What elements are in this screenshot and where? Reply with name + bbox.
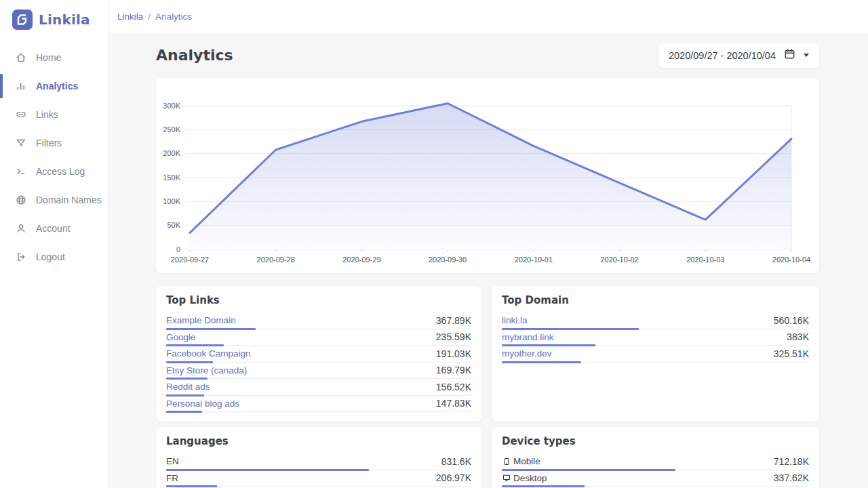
sidebar-item-access-log[interactable]: Access Log [0,157,108,186]
mobile-icon [502,457,511,466]
card-top-links: Top LinksExample Domain367.89KGoogle235.… [156,286,481,422]
row-value: 156.52K [436,382,471,392]
sidebar-item-label: Account [36,223,71,234]
row-value: 147.83K [436,398,471,409]
breadcrumb: Linkila / Analytics [117,12,192,22]
brand-logo[interactable]: Linkila [0,0,108,30]
row-value: 367.89K [436,315,471,326]
card-title-device-types: Device types [502,435,809,447]
row-label-facebook-campaign[interactable]: Facebook Campaign [166,348,251,359]
breadcrumb-current[interactable]: Analytics [155,12,192,22]
sidebar-item-links[interactable]: Links [0,100,108,129]
table-row: linki.la560.16K [502,312,809,329]
card-device-types: Device typesMobile712.18KDesktop337.62K [492,427,819,488]
row-label-etsy-store-canada[interactable]: Etsy Store (canada) [166,365,247,375]
breadcrumb-separator: / [148,12,151,22]
card-title-top-links: Top Links [166,294,471,306]
table-row: Desktop337.62K [502,470,809,487]
row-value: 235.59K [436,331,471,342]
row-label-desktop: Desktop [502,473,547,483]
svg-text:50K: 50K [167,221,180,229]
sidebar-item-analytics[interactable]: Analytics [0,72,108,100]
table-row: Personal blog ads147.83K [166,396,471,413]
links-icon [15,108,27,121]
svg-text:2020-09-28: 2020-09-28 [257,256,295,264]
table-row: myother.dev325.51K [502,346,809,363]
row-label-mobile: Mobile [502,456,540,466]
card-title-top-domain: Top Domain [502,294,809,306]
table-row: Reddit ads156.52K [166,379,471,396]
sidebar-item-home[interactable]: Home [0,43,108,72]
row-label-myother-dev[interactable]: myother.dev [502,348,552,359]
row-label-fr: FR [166,473,178,483]
row-value-bar [502,485,585,487]
svg-text:250K: 250K [163,125,180,134]
sidebar-item-label: Home [36,52,61,63]
clicks-area-chart: 050K100K150K200K250K300K2020-09-272020-0… [156,78,819,273]
user-icon [15,222,27,235]
filter-icon [15,137,27,149]
card-languages: LanguagesEN831.6KFR206.97K [156,427,481,488]
row-value-bar [502,361,581,363]
chart-card: 050K100K150K200K250K300K2020-09-272020-0… [156,78,819,273]
table-row: FR206.97K [166,470,471,487]
calendar-icon [783,47,796,63]
row-value-bar [166,485,217,487]
home-icon [15,52,27,64]
svg-text:150K: 150K [163,174,180,182]
breadcrumb-link-parent[interactable]: Linkila [117,12,143,22]
table-row: Google235.59K [166,329,471,346]
sidebar: Linkila HomeAnalyticsLinksFiltersAccess … [0,0,108,488]
stats-cards-grid: Top LinksExample Domain367.89KGoogle235.… [156,286,819,488]
row-value-bar [166,411,202,413]
row-label-linki-la[interactable]: linki.la [502,315,528,325]
sidebar-item-label: Filters [36,138,62,148]
title-row: Analytics 2020/09/27 - 2020/10/04 [156,33,819,78]
row-value: 712.18K [774,456,809,467]
topbar: Linkila / Analytics [109,0,868,33]
svg-text:2020-10-02: 2020-10-02 [600,256,638,264]
sidebar-item-label: Domain Names [36,195,101,205]
sidebar-nav: HomeAnalyticsLinksFiltersAccess LogDomai… [0,43,108,271]
row-label-example-domain[interactable]: Example Domain [166,315,236,325]
row-label-reddit-ads[interactable]: Reddit ads [166,382,210,392]
desktop-icon [502,473,511,483]
main-content: Analytics 2020/09/27 - 2020/10/04 050K10… [108,33,868,488]
caret-down-icon [804,54,809,57]
date-range-value: 2020/09/27 - 2020/10/04 [669,50,776,61]
svg-text:2020-10-04: 2020-10-04 [772,256,810,264]
row-value: 337.62K [774,472,809,483]
row-value: 325.51K [774,348,809,359]
row-value: 191.03K [436,348,471,359]
analytics-icon [15,80,27,92]
row-label-mybrand-link[interactable]: mybrand.link [502,332,554,342]
sidebar-item-filters[interactable]: Filters [0,129,108,157]
date-range-picker[interactable]: 2020/09/27 - 2020/10/04 [658,43,819,68]
table-row: mybrand.link383K [502,329,809,346]
row-label-en: EN [166,456,179,466]
row-label-google[interactable]: Google [166,332,196,342]
sidebar-item-label: Analytics [36,81,78,92]
sidebar-item-account[interactable]: Account [0,214,108,243]
sidebar-item-domain-names[interactable]: Domain Names [0,186,108,214]
svg-text:300K: 300K [163,102,180,110]
globe-icon [15,194,27,206]
sidebar-item-label: Links [36,109,58,120]
sidebar-item-label: Logout [36,251,65,262]
svg-text:2020-09-29: 2020-09-29 [342,256,380,264]
logout-icon [15,251,27,263]
linkila-logo-icon [12,9,33,30]
svg-text:200K: 200K [163,149,180,157]
brand-name: Linkila [39,12,90,28]
row-label-personal-blog-ads[interactable]: Personal blog ads [166,399,239,409]
terminal-icon [15,165,27,178]
table-row: Mobile712.18K [502,453,809,470]
card-top-domain: Top Domainlinki.la560.16Kmybrand.link383… [492,286,819,422]
table-row: Example Domain367.89K [166,312,471,329]
svg-text:2020-09-30: 2020-09-30 [429,256,467,264]
table-row: EN831.6K [166,453,471,470]
page-title: Analytics [156,47,233,64]
svg-text:2020-09-27: 2020-09-27 [171,256,209,264]
svg-text:2020-10-03: 2020-10-03 [686,256,724,264]
sidebar-item-logout[interactable]: Logout [0,243,108,271]
